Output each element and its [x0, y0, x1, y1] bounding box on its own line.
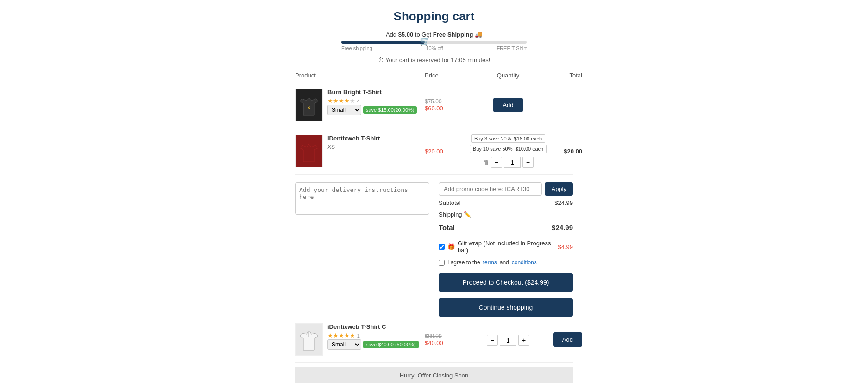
- item-2-decrease-button[interactable]: −: [491, 157, 502, 168]
- terms-row: I agree to the terms and conditions: [439, 259, 573, 266]
- checkout-button[interactable]: Proceed to Checkout ($24.99): [439, 273, 573, 292]
- upsell-price: $80.00 $40.00: [425, 333, 480, 346]
- progress-bar-wrapper: 🛒 Free shipping 10% off FREE T-Shirt: [341, 41, 527, 51]
- svg-text:⚡: ⚡: [307, 106, 311, 110]
- item-2-qty-section: Buy 3 save 20% $16.00 each Buy 10 save 5…: [480, 134, 536, 168]
- promo-section: Apply Subtotal $24.99 Shipping ✏️ — Tota…: [439, 182, 573, 317]
- upsell-add-button[interactable]: Add: [553, 332, 582, 347]
- item-2-increase-button[interactable]: +: [522, 157, 534, 168]
- progress-track: 🛒: [341, 41, 527, 44]
- item-1-stars: ★★★★★ 4: [327, 97, 425, 104]
- conditions-link[interactable]: conditions: [512, 259, 537, 266]
- item-1-save-badge: save $15.00(20.00%): [363, 106, 417, 114]
- total-row: Total $24.99: [439, 222, 573, 233]
- upsell-qty-input[interactable]: [500, 335, 516, 346]
- gift-wrap-row: 🎁 Gift wrap (Not included in Progress ba…: [439, 240, 573, 254]
- subtotal-row: Subtotal $24.99: [439, 198, 573, 207]
- item-1-name: Burn Bright T-Shirt: [327, 89, 425, 96]
- item-2-image: [295, 135, 323, 167]
- item-2-delete-button[interactable]: 🗑: [483, 159, 489, 166]
- upsell-size-select[interactable]: Small Medium Large: [327, 339, 361, 350]
- bottom-section: Apply Subtotal $24.99 Shipping ✏️ — Tota…: [295, 182, 573, 317]
- item-1-info: ⚡ Burn Bright T-Shirt ★★★★★ 4 Small Medi…: [295, 89, 425, 121]
- svg-marker-2: [300, 144, 318, 162]
- gift-wrap-checkbox[interactable]: [439, 244, 445, 250]
- item-2-qty-input[interactable]: [504, 157, 521, 168]
- upsell-save-badge: save $40.00 (50.00%): [363, 341, 419, 348]
- page-title: Shopping cart: [295, 9, 573, 24]
- shipping-row: Shipping ✏️ —: [439, 210, 573, 219]
- upsell-qty-controls: − +: [480, 335, 536, 346]
- item-2-bulk-offer-2: Buy 10 save 50% $10.00 each: [470, 145, 547, 153]
- upsell-add-section: Add: [536, 332, 582, 347]
- dark-tshirt-icon: ⚡: [300, 93, 318, 116]
- hurry-banner: Hurry! Offer Closing Soon: [295, 367, 573, 383]
- item-2-name: iDentixweb T-Shirt: [327, 135, 425, 142]
- terms-checkbox[interactable]: [439, 260, 445, 266]
- progress-section: Add $5.00 to Get Free Shipping 🚚 🛒 Free …: [295, 31, 573, 51]
- red-tshirt-icon: [300, 140, 318, 163]
- shipping-edit-icon[interactable]: ✏️: [464, 211, 471, 218]
- white-polo-icon: [300, 328, 318, 351]
- cart-header: Product Price Quantity Total: [295, 69, 573, 82]
- upsell-item: iDentixweb T-Shirt C ★★★★★ 1 Small Mediu…: [295, 317, 573, 363]
- upsell-name: iDentixweb T-Shirt C: [327, 323, 425, 330]
- upsell-image: [295, 323, 323, 356]
- delivery-textarea[interactable]: [295, 182, 429, 215]
- terms-link[interactable]: terms: [483, 259, 497, 266]
- upsell-details: iDentixweb T-Shirt C ★★★★★ 1 Small Mediu…: [327, 323, 425, 350]
- item-2-qty-controls: 🗑 − +: [483, 157, 534, 168]
- item-2-total: $20.00: [536, 148, 582, 155]
- upsell-info: iDentixweb T-Shirt C ★★★★★ 1 Small Mediu…: [295, 323, 425, 356]
- upsell-increase-button[interactable]: +: [518, 335, 529, 346]
- item-1-details: Burn Bright T-Shirt ★★★★★ 4 Small Medium…: [327, 89, 425, 115]
- item-1-qty-section: Add: [480, 98, 536, 112]
- progress-thumb: 🛒: [420, 36, 430, 46]
- upsell-decrease-button[interactable]: −: [487, 335, 498, 346]
- continue-shopping-button[interactable]: Continue shopping: [439, 298, 573, 317]
- item-1-image: ⚡: [295, 89, 323, 121]
- item-2-details: iDentixweb T-Shirt XS: [327, 135, 425, 152]
- item-1-size-select[interactable]: Small Medium Large: [327, 105, 361, 115]
- timer-bar: ⏱ Your cart is reserved for 17:05 minute…: [295, 57, 573, 64]
- item-1-add-button[interactable]: Add: [493, 98, 522, 112]
- delivery-section: [295, 182, 429, 317]
- promo-input[interactable]: [439, 182, 542, 196]
- upsell-stars: ★★★★★ 1: [327, 332, 425, 339]
- gift-wrap-icon: 🎁: [447, 243, 455, 250]
- promo-row: Apply: [439, 182, 573, 196]
- progress-fill: [341, 41, 425, 44]
- promo-apply-button[interactable]: Apply: [545, 182, 573, 196]
- progress-labels: Free shipping 10% off FREE T-Shirt: [341, 45, 527, 51]
- cart-item-2: iDentixweb T-Shirt XS $20.00 Buy 3 save …: [295, 128, 573, 175]
- item-2-info: iDentixweb T-Shirt XS: [295, 135, 425, 167]
- item-2-bulk-offer-1: Buy 3 save 20% $16.00 each: [471, 134, 545, 143]
- cart-item-1: ⚡ Burn Bright T-Shirt ★★★★★ 4 Small Medi…: [295, 82, 573, 128]
- item-1-price: $75.00 $60.00: [425, 98, 480, 112]
- progress-text: Add $5.00 to Get Free Shipping 🚚: [295, 31, 573, 38]
- item-2-variant: XS: [327, 144, 425, 150]
